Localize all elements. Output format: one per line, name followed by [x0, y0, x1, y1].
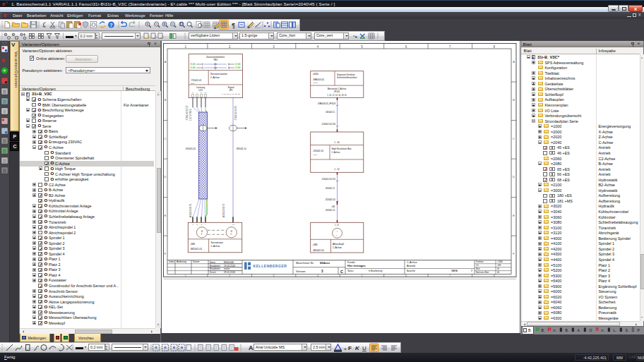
svg-text:5: 5 [361, 45, 363, 49]
svg-text:o: o [20, 33, 22, 36]
svg-text:Datum: Datum [193, 260, 200, 263]
svg-text:3~: 3~ [230, 233, 232, 236]
svg-text:05.A1: 05.A1 [190, 66, 196, 69]
svg-text:Servoverstärker: Servoverstärker [210, 73, 228, 76]
svg-text:-W2041.01: -W2041.01 [185, 147, 196, 150]
svg-text:F: F [513, 252, 515, 255]
svg-text:1, 10, 12, 14, 16, 18, 20: 1, 10, 12, 14, 16, 18, 20 [327, 94, 347, 97]
svg-text:C-Achse: C-Achse [332, 151, 340, 154]
svg-text:19.02.2016: 19.02.2016 [224, 265, 235, 267]
svg-text:+6000: +6000 [313, 73, 319, 76]
svg-text:A: A [513, 60, 515, 64]
svg-text:05.A1: 05.A1 [190, 63, 196, 66]
svg-text:-X2042.01: -X2042.01 [313, 150, 324, 152]
svg-text:Norm:: Norm: [210, 261, 216, 264]
svg-text:Baureihe: Baureihe [407, 270, 415, 272]
svg-text:05.A1: 05.A1 [235, 63, 241, 66]
svg-text:1, 10, 12, 14, 16, 18, 20: 1, 10, 12, 14, 16, 18, 20 [222, 93, 240, 95]
svg-text:+2040: +2040 [497, 260, 503, 263]
svg-text:3~: 3~ [201, 233, 203, 236]
svg-text:o: o [5, 33, 6, 36]
svg-text:Messstab C-Achse: Messstab C-Achse [328, 88, 347, 90]
svg-text:D: D [513, 175, 515, 179]
svg-text:Leistung: Leistung [196, 86, 205, 89]
svg-text:o: o [13, 33, 14, 36]
svg-text:TB1: TB1 [213, 59, 217, 61]
svg-text:Änderung: Änderung [177, 260, 186, 263]
svg-text:1: 1 [185, 274, 186, 277]
svg-text:1 -: 1 - [336, 234, 338, 236]
svg-text:E: E [205, 92, 206, 93]
svg-text:3: 3 [201, 224, 202, 225]
svg-text:Separate Detektor: Separate Detektor [337, 73, 356, 76]
svg-text:IT: IT [471, 270, 473, 272]
svg-text:-M2041.01 01 X1: -M2041.01 01 X1 [189, 203, 192, 218]
svg-text:M: M [201, 230, 203, 233]
svg-text:+6B: +6B [331, 205, 335, 208]
svg-text:5: 5 [362, 274, 363, 277]
svg-text:05.A1: 05.A1 [235, 66, 241, 69]
svg-text:+MS: +MS [313, 243, 318, 246]
svg-text:F: F [348, 345, 352, 351]
svg-text:-B2042.01: -B2042.01 [313, 249, 325, 252]
svg-text:6: 6 [405, 274, 407, 277]
svg-text:+MS: +MS [190, 243, 196, 246]
svg-text:46: 46 [497, 271, 500, 274]
svg-text:Index: Index [169, 260, 174, 263]
svg-text:2: 2 [196, 224, 198, 225]
svg-text:6: 6 [405, 45, 407, 49]
svg-text:3: 3 [273, 45, 275, 49]
svg-text:-KB003.01,JF103: -KB003.01,JF103 [317, 102, 335, 105]
svg-text:Hier eintragen: Hier eintragen [347, 265, 366, 267]
svg-text:-X2042.01:X0: -X2042.01:X0 [321, 123, 335, 126]
svg-text:29.01.2016: 29.01.2016 [224, 271, 235, 274]
svg-text:Blatt: Blatt [476, 267, 480, 270]
svg-text:1 U2 V2 W2 E: 1 U2 V2 W2 E [189, 109, 192, 121]
svg-text:-T2041.01 01 CZ2: -T2041.01 01 CZ2 [186, 105, 189, 121]
svg-text:1...12: 1...12 [334, 168, 340, 171]
svg-text:1: 1 [184, 45, 186, 49]
svg-text:-X2042.01:X2: -X2042.01:X2 [321, 178, 335, 181]
svg-text:V: V [196, 92, 198, 93]
svg-text:In Bearbeitung: In Bearbeitung [369, 270, 383, 272]
svg-text:Kunde:: Kunde: [347, 261, 355, 264]
svg-text:ENG1046: ENG1046 [224, 261, 234, 264]
svg-text:?: ? [109, 23, 112, 28]
svg-text:Bearbeitet:: Bearbeitet: [210, 265, 221, 267]
svg-text:C-Achse: C-Achse [333, 246, 342, 249]
svg-text:VARIA: VARIA [451, 270, 458, 272]
svg-text:+E.M: +E.M [191, 83, 195, 85]
svg-text:Ort: Ort [476, 264, 479, 267]
svg-text:1, 12: 1, 12 [335, 224, 339, 227]
svg-text:-T2041.01: -T2041.01 [191, 79, 202, 82]
svg-text:+R.H2: +R.H2 [313, 82, 318, 84]
svg-text:K: K [355, 345, 360, 351]
svg-text:2: 2 [229, 274, 230, 277]
svg-text:e: e [1, 56, 5, 64]
svg-text:°s: °s [353, 34, 357, 38]
svg-text:High Resolution Box: High Resolution Box [332, 147, 352, 150]
svg-text:-W2042.11: -W2042.11 [326, 111, 335, 114]
svg-text:Funktion: Funktion [476, 260, 484, 263]
svg-text:-T2041.01 01 JF1: -T2041.01 01 JF1 [234, 105, 237, 121]
svg-text:E: E [165, 214, 167, 217]
svg-text:Zwischenklemme: Zwischenklemme [206, 56, 225, 59]
svg-text:Bearbeiter:: Bearbeiter: [210, 267, 221, 270]
svg-text:+: + [337, 230, 338, 233]
svg-text:-W2042.13: -W2042.13 [325, 209, 335, 212]
svg-text:1, 2: 1, 2 [232, 224, 234, 226]
svg-text:3: 3 [273, 274, 275, 277]
svg-text:+ES: +ES [497, 264, 501, 267]
svg-text:7: 7 [449, 45, 451, 49]
svg-text:¶: ¶ [232, 22, 235, 29]
svg-text:654xxx: 654xxx [320, 261, 330, 265]
svg-text:Version:: Version: [296, 270, 306, 273]
svg-text:Servomotor: Servomotor [211, 241, 224, 244]
svg-text:8: 8 [494, 45, 496, 49]
svg-text:8: 8 [494, 274, 495, 277]
svg-text:reuter: reuter [224, 267, 230, 270]
svg-text:-M2041.01 01 X2: -M2041.01 01 X2 [222, 203, 225, 218]
svg-text:JF1: JF1 [229, 89, 233, 92]
svg-text:Maschinen Nr.:: Maschinen Nr.: [296, 261, 315, 265]
svg-text:B: B [513, 98, 515, 102]
